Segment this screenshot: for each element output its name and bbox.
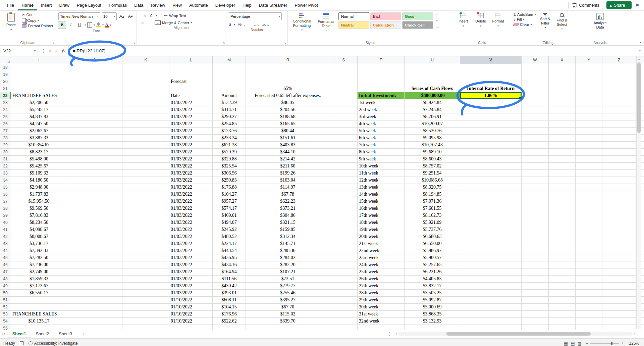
row-header-44[interactable]: 44 bbox=[0, 247, 11, 254]
cell-Y37[interactable] bbox=[576, 198, 602, 205]
column-header-X[interactable]: X bbox=[549, 56, 576, 64]
collapse-ribbon-button[interactable]: ▾ bbox=[640, 41, 641, 44]
cell-U19[interactable] bbox=[405, 71, 460, 78]
cell-I30[interactable]: $8,823.17 bbox=[11, 149, 67, 155]
cell-Z23[interactable] bbox=[602, 99, 636, 106]
cell-T47[interactable]: 25th week bbox=[358, 268, 405, 275]
cell-M31[interactable]: $329.88 bbox=[213, 156, 246, 162]
cell-K41[interactable] bbox=[122, 226, 169, 233]
cell-L35[interactable]: 01/03/2022 bbox=[169, 184, 213, 191]
cell-S43[interactable] bbox=[330, 240, 358, 247]
cell-L48[interactable]: 01/03/2022 bbox=[169, 276, 213, 282]
cell-U36[interactable]: $8,194.85 bbox=[405, 191, 460, 198]
gallery-down-button[interactable]: ▾ bbox=[436, 19, 439, 22]
cell-M37[interactable]: $957.27 bbox=[213, 198, 246, 205]
cell-Y19[interactable] bbox=[576, 71, 602, 78]
cell-K52[interactable] bbox=[122, 304, 169, 310]
cell-T27[interactable]: 5th week bbox=[358, 128, 405, 134]
cell-I35[interactable]: $2,948.00 bbox=[11, 184, 67, 191]
cell-W39[interactable] bbox=[522, 212, 549, 219]
row-header-45[interactable]: 45 bbox=[0, 254, 11, 261]
cell-U42[interactable]: $6,680.63 bbox=[405, 233, 460, 240]
cell-W49[interactable] bbox=[522, 283, 549, 289]
cell-U43[interactable]: $6,550.00 bbox=[405, 240, 460, 247]
cell-Y24[interactable] bbox=[576, 106, 602, 113]
cell-U22[interactable]: -$400,000.00 bbox=[405, 92, 460, 99]
underline-button[interactable]: U bbox=[76, 22, 83, 28]
cell-U24[interactable]: $7,245.84 bbox=[405, 106, 460, 113]
cell-T23[interactable]: 1st week bbox=[358, 99, 405, 106]
cell-W46[interactable] bbox=[522, 261, 549, 268]
cell-L42[interactable]: 01/03/2022 bbox=[169, 233, 213, 240]
cell-R39[interactable]: $304.86 bbox=[246, 212, 330, 219]
cell-V34[interactable] bbox=[460, 177, 522, 184]
cell-W50[interactable] bbox=[522, 290, 549, 296]
autosum-button[interactable]: Σ AutoSum ▾ bbox=[514, 12, 536, 16]
cell-Z36[interactable] bbox=[602, 191, 636, 198]
cell-S45[interactable] bbox=[330, 254, 358, 261]
cell-V52[interactable] bbox=[460, 304, 522, 310]
cell-Z45[interactable] bbox=[602, 254, 636, 261]
cell-S19[interactable] bbox=[330, 71, 358, 78]
cell-M42[interactable]: $480.52 bbox=[213, 233, 246, 240]
cell-T24[interactable]: 2nd week bbox=[358, 106, 405, 113]
cell-V18[interactable] bbox=[460, 64, 522, 71]
cell-J37[interactable] bbox=[67, 198, 122, 205]
cell-R45[interactable]: $284.02 bbox=[246, 254, 330, 261]
cell-T51[interactable]: 29th week bbox=[358, 297, 405, 303]
cell-L51[interactable]: 01/10/2022 bbox=[169, 297, 213, 303]
cell-T52[interactable]: 30th week bbox=[358, 304, 405, 310]
cell-S47[interactable] bbox=[330, 268, 358, 275]
row-header-37[interactable]: 37 bbox=[0, 198, 11, 205]
cell-U18[interactable] bbox=[405, 64, 460, 71]
cell-L26[interactable]: 01/03/2022 bbox=[169, 120, 213, 127]
cell-I36[interactable]: $1,737.83 bbox=[11, 191, 67, 198]
column-header-V[interactable]: V bbox=[460, 56, 522, 64]
horizontal-scrollbar[interactable]: ◂ ▸ bbox=[395, 332, 644, 336]
cell-W22[interactable] bbox=[522, 92, 549, 99]
style-chip-calculation[interactable]: Calculation bbox=[370, 21, 401, 29]
cell-V35[interactable] bbox=[460, 184, 522, 191]
cell-V51[interactable] bbox=[460, 297, 522, 303]
cell-R49[interactable]: $279.77 bbox=[246, 283, 330, 289]
cell-X53[interactable] bbox=[549, 311, 576, 317]
cell-R23[interactable]: $86.05 bbox=[246, 99, 330, 106]
cell-T54[interactable]: 32nd week bbox=[358, 318, 405, 325]
cell-W28[interactable] bbox=[522, 135, 549, 141]
cell-J36[interactable] bbox=[67, 191, 122, 198]
row-header-23[interactable]: 23 bbox=[0, 99, 11, 106]
clear-button[interactable]: Clear ▾ bbox=[514, 22, 536, 27]
row-header-27[interactable]: 27 bbox=[0, 128, 11, 134]
cell-R51[interactable]: $395.27 bbox=[246, 297, 330, 303]
cell-K45[interactable] bbox=[122, 254, 169, 261]
top-align-button[interactable] bbox=[139, 15, 141, 16]
cell-T40[interactable]: 18th week bbox=[358, 219, 405, 226]
cell-S34[interactable] bbox=[330, 177, 358, 184]
cell-J18[interactable] bbox=[67, 64, 122, 71]
cell-M29[interactable]: $621.28 bbox=[213, 142, 246, 148]
cell-T42[interactable]: 20th week bbox=[358, 233, 405, 240]
cell-Y39[interactable] bbox=[576, 212, 602, 219]
cell-W29[interactable] bbox=[522, 142, 549, 148]
new-sheet-button[interactable]: + bbox=[80, 331, 87, 337]
cell-T55[interactable] bbox=[358, 325, 405, 330]
cell-M39[interactable]: $469.01 bbox=[213, 212, 246, 219]
cell-L46[interactable]: 01/03/2022 bbox=[169, 261, 213, 268]
cell-T33[interactable]: 11th week bbox=[358, 170, 405, 177]
cell-S33[interactable] bbox=[330, 170, 358, 177]
cell-L19[interactable] bbox=[169, 71, 213, 78]
column-header-K[interactable]: K bbox=[122, 56, 169, 64]
cell-W18[interactable] bbox=[522, 64, 549, 71]
font-dialog-launcher[interactable]: ↘ bbox=[133, 41, 136, 44]
cell-U34[interactable]: $10,086.68 bbox=[405, 177, 460, 184]
cell-X48[interactable] bbox=[549, 276, 576, 282]
cell-I41[interactable]: $4,098.67 bbox=[11, 226, 67, 233]
cell-Z40[interactable] bbox=[602, 219, 636, 226]
cell-I47[interactable]: $2,749.00 bbox=[11, 268, 67, 275]
copilot-flag-icon[interactable]: ⚑ bbox=[635, 3, 639, 8]
cell-X39[interactable] bbox=[549, 212, 576, 219]
cell-T21[interactable] bbox=[358, 85, 405, 92]
cell-Y27[interactable] bbox=[576, 128, 602, 134]
sheet-tab-sheet2[interactable]: Sheet2 bbox=[31, 329, 54, 338]
cell-Z27[interactable] bbox=[602, 128, 636, 134]
